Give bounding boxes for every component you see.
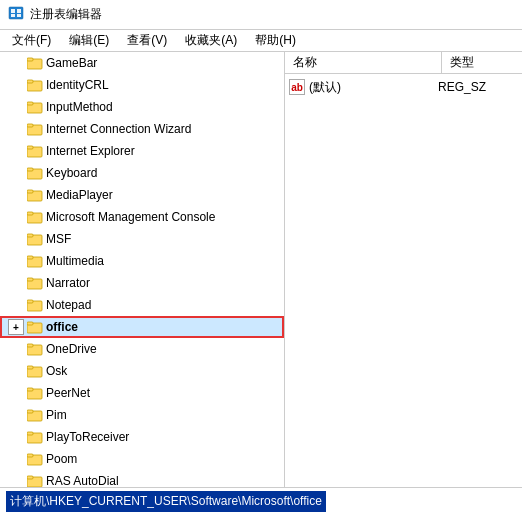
tree-item-multimedia[interactable]: Multimedia (0, 250, 284, 272)
svg-rect-1 (11, 9, 15, 13)
menu-favorites[interactable]: 收藏夹(A) (177, 30, 245, 51)
svg-rect-2 (17, 9, 21, 13)
right-row-0[interactable]: ab(默认)REG_SZ (285, 76, 522, 98)
expand-icon-rasautodial (8, 473, 24, 487)
tree-item-onedrive[interactable]: OneDrive (0, 338, 284, 360)
tree-label-icw: Internet Connection Wizard (46, 122, 191, 136)
tree-item-mediaplayer[interactable]: MediaPlayer (0, 184, 284, 206)
folder-icon-peernet (27, 386, 43, 400)
reg-type-0: REG_SZ (438, 80, 518, 94)
svg-rect-42 (27, 454, 33, 457)
tree-label-inputmethod: InputMethod (46, 100, 113, 114)
folder-icon-keyboard (27, 166, 43, 180)
tree-label-mediaplayer: MediaPlayer (46, 188, 113, 202)
tree-item-msf[interactable]: MSF (0, 228, 284, 250)
tree-item-notepad[interactable]: Notepad (0, 294, 284, 316)
menu-help[interactable]: 帮助(H) (247, 30, 304, 51)
svg-rect-30 (27, 322, 33, 325)
tree-item-narrator[interactable]: Narrator (0, 272, 284, 294)
expand-icon-identitycrl (8, 77, 24, 93)
tree-label-poom: Poom (46, 452, 77, 466)
tree-label-narrator: Narrator (46, 276, 90, 290)
expand-icon-gamebar (8, 55, 24, 71)
svg-rect-14 (27, 146, 33, 149)
expand-icon-mmc (8, 209, 24, 225)
menu-bar: 文件(F) 编辑(E) 查看(V) 收藏夹(A) 帮助(H) (0, 30, 522, 52)
expand-icon-onedrive (8, 341, 24, 357)
expand-icon-mediaplayer (8, 187, 24, 203)
tree-label-msf: MSF (46, 232, 71, 246)
tree-item-pim[interactable]: Pim (0, 404, 284, 426)
expand-icon-peernet (8, 385, 24, 401)
svg-rect-20 (27, 212, 33, 215)
svg-rect-12 (27, 124, 33, 127)
svg-rect-3 (11, 14, 15, 17)
expand-icon-multimedia (8, 253, 24, 269)
tree-item-osk[interactable]: Osk (0, 360, 284, 382)
tree-item-mmc[interactable]: Microsoft Management Console (0, 206, 284, 228)
right-content: ab(默认)REG_SZ (285, 74, 522, 487)
tree-item-playtoreceiver[interactable]: PlayToReceiver (0, 426, 284, 448)
right-pane-header: 名称 类型 (285, 52, 522, 74)
svg-rect-36 (27, 388, 33, 391)
folder-icon-rasautodial (27, 474, 43, 487)
menu-edit[interactable]: 编辑(E) (61, 30, 117, 51)
svg-rect-26 (27, 278, 33, 281)
folder-icon-poom (27, 452, 43, 466)
tree-item-rasautodial[interactable]: RAS AutoDial (0, 470, 284, 487)
tree-label-mmc: Microsoft Management Console (46, 210, 215, 224)
title-text: 注册表编辑器 (30, 6, 102, 23)
expand-icon-narrator (8, 275, 24, 291)
col-type: 类型 (442, 52, 522, 74)
tree-item-ie[interactable]: Internet Explorer (0, 140, 284, 162)
svg-rect-38 (27, 410, 33, 413)
tree-item-inputmethod[interactable]: InputMethod (0, 96, 284, 118)
col-name: 名称 (285, 52, 442, 74)
folder-icon-msf (27, 232, 43, 246)
expand-icon-msf (8, 231, 24, 247)
tree-pane: GameBar IdentityCRL InputMethod Internet… (0, 52, 285, 487)
folder-icon-ie (27, 144, 43, 158)
tree-item-poom[interactable]: Poom (0, 448, 284, 470)
svg-rect-4 (17, 14, 21, 17)
tree-scroll[interactable]: GameBar IdentityCRL InputMethod Internet… (0, 52, 284, 487)
svg-rect-18 (27, 190, 33, 193)
tree-label-keyboard: Keyboard (46, 166, 97, 180)
tree-item-identitycrl[interactable]: IdentityCRL (0, 74, 284, 96)
tree-label-identitycrl: IdentityCRL (46, 78, 109, 92)
svg-rect-6 (27, 58, 33, 61)
main-content: GameBar IdentityCRL InputMethod Internet… (0, 52, 522, 487)
folder-icon-office (27, 320, 43, 334)
menu-view[interactable]: 查看(V) (119, 30, 175, 51)
tree-item-keyboard[interactable]: Keyboard (0, 162, 284, 184)
tree-label-playtoreceiver: PlayToReceiver (46, 430, 129, 444)
expand-icon-inputmethod (8, 99, 24, 115)
tree-label-multimedia: Multimedia (46, 254, 104, 268)
expand-icon-osk (8, 363, 24, 379)
folder-icon-notepad (27, 298, 43, 312)
tree-item-peernet[interactable]: PeerNet (0, 382, 284, 404)
svg-rect-28 (27, 300, 33, 303)
expand-icon-notepad (8, 297, 24, 313)
tree-label-osk: Osk (46, 364, 67, 378)
tree-item-office[interactable]: + office (0, 316, 284, 338)
tree-label-notepad: Notepad (46, 298, 91, 312)
tree-item-icw[interactable]: Internet Connection Wizard (0, 118, 284, 140)
expand-icon-office[interactable]: + (8, 319, 24, 335)
status-bar: 计算机\HKEY_CURRENT_USER\Software\Microsoft… (0, 487, 522, 515)
svg-rect-22 (27, 234, 33, 237)
right-pane: 名称 类型 ab(默认)REG_SZ (285, 52, 522, 487)
expand-icon-pim (8, 407, 24, 423)
tree-item-gamebar[interactable]: GameBar (0, 52, 284, 74)
title-bar: 注册表编辑器 (0, 0, 522, 30)
reg-icon-0: ab (289, 79, 305, 95)
svg-rect-34 (27, 366, 33, 369)
menu-file[interactable]: 文件(F) (4, 30, 59, 51)
status-path: 计算机\HKEY_CURRENT_USER\Software\Microsoft… (6, 491, 326, 512)
svg-rect-40 (27, 432, 33, 435)
reg-name-0: (默认) (309, 79, 438, 96)
app-icon (8, 5, 24, 24)
tree-label-ie: Internet Explorer (46, 144, 135, 158)
tree-label-onedrive: OneDrive (46, 342, 97, 356)
expand-icon-keyboard (8, 165, 24, 181)
